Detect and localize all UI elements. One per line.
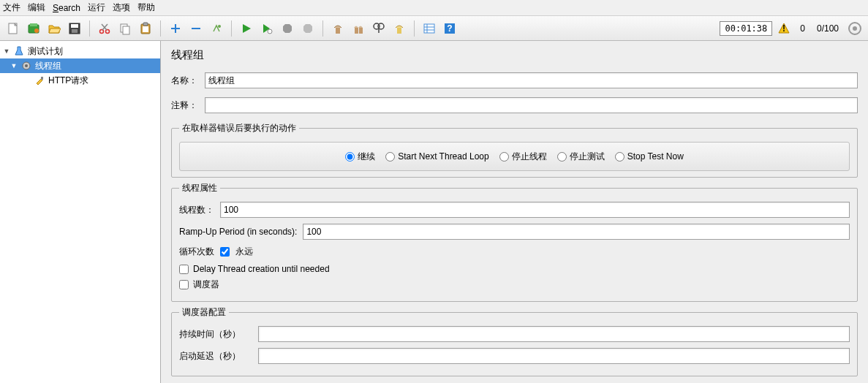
threads-input[interactable] [220, 202, 850, 218]
name-input[interactable] [205, 72, 858, 88]
svg-rect-2 [30, 23, 37, 26]
svg-rect-41 [41, 77, 43, 80]
search-icon[interactable] [370, 20, 388, 37]
remove-icon[interactable] [187, 20, 205, 37]
paste-icon[interactable] [137, 20, 154, 37]
forever-label: 永远 [235, 246, 253, 258]
shutdown-icon[interactable] [299, 20, 317, 37]
svg-rect-30 [424, 24, 434, 33]
duration-label: 持续时间（秒） [179, 328, 252, 341]
svg-line-9 [102, 24, 107, 30]
tree-label: HTTP请求 [48, 75, 88, 87]
toggle-icon[interactable] [208, 20, 225, 37]
svg-rect-24 [355, 28, 358, 34]
scheduler-config-legend: 调度器配置 [179, 306, 229, 319]
threads-label: 线程数： [179, 204, 214, 216]
clear-all-icon[interactable] [350, 20, 367, 37]
name-label: 名称： [171, 75, 200, 87]
collapse-icon[interactable]: ▼ [3, 48, 10, 55]
tree-label: 线程组 [35, 60, 61, 72]
menu-help[interactable]: 帮助 [137, 1, 155, 14]
menu-edit[interactable]: 编辑 [28, 1, 45, 14]
svg-marker-21 [283, 24, 292, 33]
function-helper-icon[interactable] [420, 20, 438, 37]
svg-rect-25 [359, 28, 363, 34]
svg-rect-6 [72, 29, 78, 33]
svg-point-40 [25, 64, 28, 67]
tree-node-http-request[interactable]: HTTP请求 [0, 73, 160, 88]
radio-continue[interactable]: 继续 [345, 151, 375, 163]
tree-node-thread-group[interactable]: ▼ 线程组 [0, 58, 160, 73]
start-icon[interactable] [238, 20, 255, 37]
panel-title: 线程组 [171, 48, 858, 62]
open-icon[interactable] [45, 20, 63, 37]
tree-node-test-plan[interactable]: ▼ 测试计划 [0, 44, 160, 58]
svg-rect-12 [123, 26, 129, 34]
duration-input[interactable] [258, 326, 850, 342]
stop-icon[interactable] [279, 20, 296, 37]
comment-input[interactable] [205, 97, 858, 113]
tree-label: 测试计划 [28, 45, 63, 58]
delay-thread-label: Delay Thread creation until needed [193, 264, 330, 274]
scheduler-config-fieldset: 调度器配置 持续时间（秒） 启动延迟（秒） [171, 306, 858, 376]
menu-search[interactable]: Search [53, 3, 80, 13]
radio-stop-thread[interactable]: 停止线程 [499, 151, 547, 163]
activity-indicator-icon [846, 20, 864, 37]
radio-stop-test[interactable]: 停止测试 [557, 151, 605, 163]
svg-point-20 [268, 29, 272, 34]
on-error-legend: 在取样器错误后要执行的动作 [179, 122, 299, 134]
radio-next-loop[interactable]: Start Next Thread Loop [385, 151, 489, 162]
save-icon[interactable] [66, 20, 83, 37]
startup-delay-label: 启动延迟（秒） [179, 350, 252, 363]
delay-thread-checkbox[interactable] [179, 265, 189, 274]
templates-icon[interactable] [25, 20, 42, 37]
test-plan-tree[interactable]: ▼ 测试计划 ▼ 线程组 HTTP请求 [0, 41, 161, 383]
svg-line-10 [102, 24, 107, 30]
cut-icon[interactable] [96, 20, 113, 37]
elapsed-timer: 00:01:38 [720, 21, 772, 36]
svg-point-38 [853, 26, 857, 31]
help-icon[interactable]: ? [441, 20, 458, 37]
svg-rect-5 [71, 24, 78, 28]
thread-props-legend: 线程属性 [179, 182, 220, 194]
gear-icon [20, 60, 32, 72]
new-icon[interactable] [4, 20, 22, 37]
toolbar: ? 00:01:38 ! 0 0/100 [0, 16, 868, 41]
error-count: 0 [796, 23, 809, 34]
svg-rect-29 [397, 28, 401, 34]
radio-stop-now[interactable]: Stop Test Now [615, 151, 684, 162]
menu-run[interactable]: 运行 [88, 1, 105, 14]
scheduler-checkbox[interactable] [179, 280, 189, 289]
copy-icon[interactable] [116, 20, 134, 37]
svg-rect-14 [143, 23, 148, 26]
svg-point-27 [378, 23, 384, 29]
ramp-up-label: Ramp-Up Period (in seconds): [179, 227, 297, 237]
forever-checkbox[interactable] [220, 247, 230, 257]
start-no-timers-icon[interactable] [258, 20, 276, 37]
on-error-fieldset: 在取样器错误后要执行的动作 继续 Start Next Thread Loop … [171, 122, 858, 178]
pipette-icon [34, 75, 45, 86]
reset-search-icon[interactable] [390, 20, 408, 37]
svg-point-3 [34, 29, 39, 33]
svg-point-19 [218, 25, 221, 28]
warning-icon[interactable]: ! [775, 20, 793, 37]
menu-options[interactable]: 选项 [113, 1, 130, 14]
ramp-up-input[interactable] [303, 224, 850, 240]
svg-rect-23 [336, 28, 340, 34]
on-error-radio-group: 继续 Start Next Thread Loop 停止线程 停止测试 Stop… [179, 142, 850, 171]
svg-rect-15 [143, 26, 148, 32]
startup-delay-input[interactable] [258, 348, 850, 364]
collapse-icon[interactable]: ▼ [10, 62, 18, 69]
comment-label: 注释： [171, 99, 200, 112]
clear-icon[interactable] [329, 20, 347, 37]
thread-group-panel: 线程组 名称： 注释： 在取样器错误后要执行的动作 继续 Start Next … [161, 41, 868, 383]
thread-progress: 0/100 [812, 23, 843, 34]
menu-file[interactable]: 文件 [3, 1, 20, 14]
loop-count-label: 循环次数 [179, 246, 214, 258]
svg-text:?: ? [447, 23, 452, 34]
svg-text:!: ! [782, 23, 785, 34]
thread-props-fieldset: 线程属性 线程数： Ramp-Up Period (in seconds): 循… [171, 182, 858, 302]
menu-bar: 文件 编辑 Search 运行 选项 帮助 [0, 0, 868, 16]
add-icon[interactable] [167, 20, 184, 37]
scheduler-label: 调度器 [193, 278, 219, 291]
